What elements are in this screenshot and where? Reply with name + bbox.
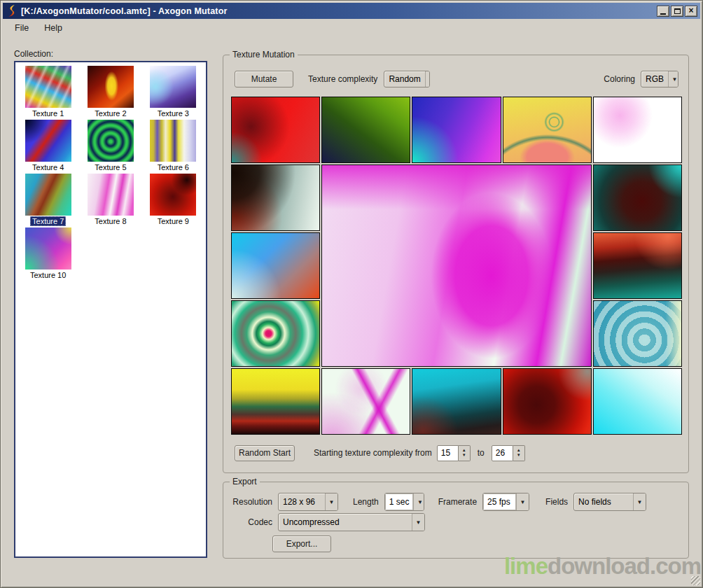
resize-grip[interactable] [691,576,700,585]
length-select[interactable]: 1 sec ▼ [384,493,424,511]
texture-complexity-label: Texture complexity [308,74,377,84]
framerate-select[interactable]: 25 fps ▼ [482,493,529,511]
app-flame-icon [6,5,18,17]
collection-item-selected[interactable]: Texture 7 [17,174,79,227]
texture-preview-cell[interactable] [231,368,320,435]
texture-preview-main[interactable] [321,164,592,367]
collection-item[interactable]: Texture 3 [142,66,204,120]
random-start-button[interactable]: Random Start [235,445,295,461]
length-value: 1 sec [385,493,414,510]
title-bar[interactable]: [K:/AxogonMutator/cool.amtc] - Axogon Mu… [3,3,700,19]
length-label: Length [353,497,379,507]
texture-preview-cell[interactable] [231,300,320,367]
texture-complexity-select[interactable]: Random ▼ [384,71,430,88]
minimize-icon [660,13,666,15]
texture-thumbnail[interactable] [25,174,71,216]
app-window: [K:/AxogonMutator/cool.amtc] - Axogon Mu… [0,0,703,588]
texture-thumbnail[interactable] [88,66,134,108]
texture-thumbnail[interactable] [25,227,71,270]
texture-mutation-group: Texture Mutation Mutate Texture complexi… [223,55,689,473]
texture-thumbnail[interactable] [88,120,134,162]
watermark-rest: download.com [548,553,701,579]
texture-label: Texture 4 [30,162,66,172]
spinner-arrows[interactable]: ▲▼ [513,445,525,461]
window-controls: × [657,6,697,17]
texture-thumbnail[interactable] [150,174,196,216]
menu-file[interactable]: File [8,21,35,35]
export-button[interactable]: Export... [272,536,331,552]
codec-select[interactable]: Uncompressed ▼ [278,513,425,531]
maximize-icon [674,8,681,14]
texture-thumbnail[interactable] [25,66,71,108]
texture-preview-cell[interactable] [503,368,592,435]
menu-help[interactable]: Help [38,21,69,35]
close-button[interactable]: × [685,6,697,17]
texture-preview-cell[interactable] [593,164,682,231]
texture-grid [231,97,682,435]
spinner-arrows[interactable]: ▲▼ [459,445,471,461]
collection-item[interactable]: Texture 4 [17,120,79,174]
texture-label-selected: Texture 7 [30,216,66,226]
texture-preview-cell[interactable] [412,368,501,435]
texture-label: Texture 9 [155,216,191,226]
spin-up-icon[interactable]: ▲ [517,448,521,453]
mutate-button[interactable]: Mutate [235,71,293,88]
texture-thumbnail[interactable] [25,120,71,162]
chevron-down-icon: ▼ [425,71,431,87]
maximize-button[interactable] [671,6,683,17]
watermark: limedownload.com [504,553,701,580]
collection-item[interactable]: Texture 6 [142,120,204,174]
texture-preview-cell[interactable] [321,368,410,435]
collection-list[interactable]: Texture 1 Texture 2 Texture 3 Texture 4 … [14,61,207,558]
texture-label: Texture 1 [30,108,66,118]
spin-down-icon[interactable]: ▼ [517,453,521,458]
spin-up-icon[interactable]: ▲ [462,448,466,453]
texture-preview-cell[interactable] [412,97,501,163]
complexity-from-spinner[interactable]: 15 ▲▼ [437,445,471,461]
texture-label: Texture 6 [155,162,191,172]
framerate-label: Framerate [438,497,477,507]
texture-thumbnail[interactable] [150,66,196,108]
collection-label: Collection: [14,49,53,59]
minimize-button[interactable] [657,6,669,17]
fields-select[interactable]: No fields ▼ [573,493,646,511]
complexity-from-value[interactable]: 15 [437,445,459,461]
texture-thumbnail[interactable] [150,120,196,162]
complexity-to-spinner[interactable]: 26 ▲▼ [492,445,525,461]
collection-item[interactable]: Texture 2 [79,66,141,120]
texture-mutation-group-label: Texture Mutation [230,50,298,59]
texture-label: Texture 3 [155,108,191,118]
texture-preview-cell[interactable] [231,232,320,299]
coloring-select[interactable]: RGB ▼ [641,71,678,88]
texture-preview-cell[interactable] [503,97,592,163]
texture-label: Texture 2 [92,108,128,118]
texture-preview-cell[interactable] [593,300,682,367]
framerate-value: 25 fps [483,493,516,510]
export-group-label: Export [230,477,260,486]
menu-bar: File Help [3,20,700,36]
chevron-down-icon: ▼ [668,71,678,87]
codec-label: Codec [232,517,272,527]
texture-label: Texture 10 [28,270,68,280]
collection-item[interactable]: Texture 1 [17,66,79,120]
texture-thumbnail[interactable] [88,174,134,216]
chevron-down-icon: ▼ [413,493,424,510]
collection-item[interactable]: Texture 10 [17,227,79,281]
texture-preview-cell[interactable] [593,232,682,299]
collection-item[interactable]: Texture 8 [79,174,141,227]
chevron-down-icon: ▼ [412,514,424,531]
spin-down-icon[interactable]: ▼ [462,453,466,458]
complexity-to-value[interactable]: 26 [492,445,513,461]
texture-label: Texture 8 [92,216,128,226]
texture-preview-cell[interactable] [231,97,320,163]
resolution-select[interactable]: 128 x 96 ▼ [278,493,338,511]
texture-preview-cell[interactable] [593,97,682,163]
collection-item[interactable]: Texture 5 [79,120,141,174]
resolution-label: Resolution [232,497,272,507]
texture-preview-cell[interactable] [593,368,682,435]
chevron-down-icon: ▼ [325,493,337,510]
texture-preview-cell[interactable] [231,164,320,231]
collection-item[interactable]: Texture 9 [142,174,204,227]
fields-label: Fields [545,497,568,507]
texture-preview-cell[interactable] [321,97,410,163]
